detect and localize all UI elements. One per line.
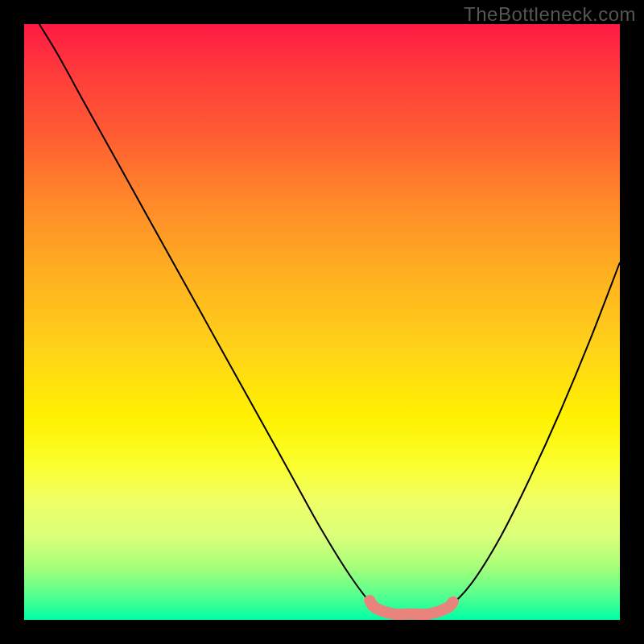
- bottleneck-curve: [24, 0, 620, 614]
- chart-svg: [24, 24, 620, 620]
- watermark-text: TheBottleneck.com: [464, 3, 636, 26]
- bottleneck-highlight: [369, 601, 453, 614]
- chart-frame: TheBottleneck.com: [0, 0, 644, 644]
- plot-area: [24, 24, 620, 620]
